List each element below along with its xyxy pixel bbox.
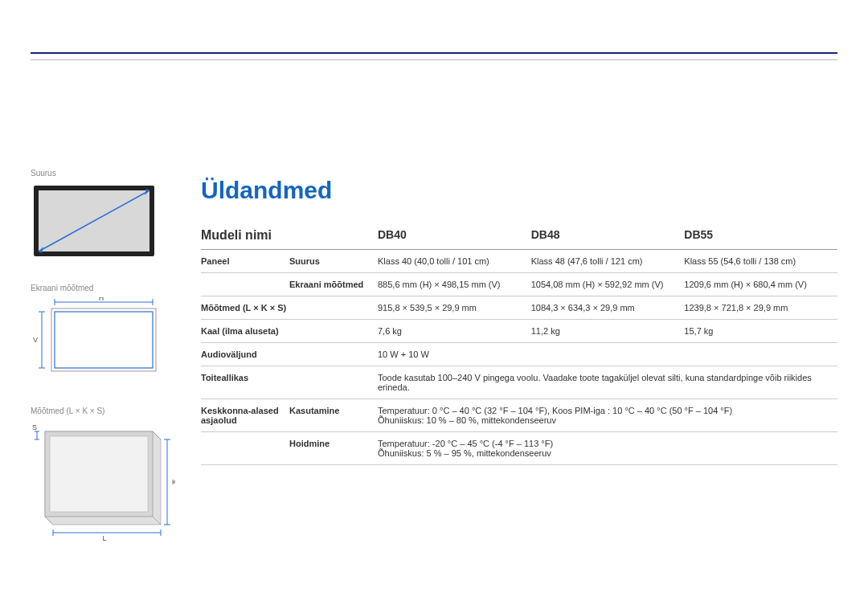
- dim-V: V: [33, 336, 38, 344]
- row-dims: Mõõtmed (L × K × S) 915,8 × 539,5 × 29,9…: [201, 296, 837, 320]
- row-panel-size: Paneel Suurus Klass 40 (40,0 tolli / 101…: [201, 250, 837, 273]
- weight-label: Kaal (ilma aluseta): [201, 326, 289, 336]
- dims-v1: 915,8 × 539,5 × 29,9 mm: [378, 303, 531, 313]
- spec-content: Üldandmed Mudeli nimi DB40 DB48 DB55 Pan…: [201, 177, 837, 465]
- dim-L: L: [102, 534, 106, 541]
- store-val: Temperatuur: -20 °C – 45 °C (-4 °F – 113…: [378, 439, 837, 458]
- lks-diagram: Mõõtmed (L × K × S) S K L: [31, 407, 167, 541]
- diagram-sidebar: Suurus Ekraani mõõtmed H V Mõõtmed (L × …: [31, 169, 167, 562]
- lks-label: Mõõtmed (L × K × S): [31, 407, 167, 415]
- screendims-diagram: Ekraani mõõtmed H V: [31, 284, 167, 386]
- power-val: Toode kasutab 100–240 V pingega voolu. V…: [378, 373, 837, 392]
- svg-rect-6: [55, 312, 153, 368]
- sd-v3: 1209,6 mm (H) × 680,4 mm (V): [684, 280, 837, 289]
- row-env-use: Keskkonna-alased asjaolud Kasutamine Tem…: [201, 399, 837, 432]
- lks-svg: S K L: [31, 420, 175, 541]
- svg-rect-15: [50, 436, 148, 512]
- use-val: Temperatuur: 0 °C – 40 °C (32 °F – 104 °…: [378, 406, 837, 425]
- row-screendims: Ekraani mõõtmed 885,6 mm (H) × 498,15 mm…: [201, 273, 837, 296]
- row-env-store: Hoidmine Temperatuur: -20 °C – 45 °C (-4…: [201, 432, 837, 465]
- row-audio: Audioväljund 10 W + 10 W: [201, 343, 837, 366]
- audio-label: Audioväljund: [201, 349, 289, 359]
- dim-S: S: [32, 423, 37, 431]
- use-label: Kasutamine: [289, 406, 378, 415]
- screendims-label: Ekraani mõõtmed: [31, 284, 167, 292]
- model-name-label: Mudeli nimi: [201, 228, 289, 243]
- dim-H: H: [99, 297, 104, 302]
- dims-label2: Mõõtmed (L × K × S): [201, 303, 289, 313]
- sd-v2: 1054,08 mm (H) × 592,92 mm (V): [531, 280, 685, 289]
- svg-rect-5: [51, 309, 156, 371]
- model-1: DB40: [378, 228, 531, 241]
- store-label: Hoidmine: [289, 439, 378, 448]
- dim-K: K: [172, 478, 175, 486]
- weight-v1: 7,6 kg: [378, 326, 531, 336]
- model-2: DB48: [531, 228, 685, 241]
- header-row: Mudeli nimi DB40 DB48 DB55: [201, 222, 837, 250]
- row-weight: Kaal (ilma aluseta) 7,6 kg 11,2 kg 15,7 …: [201, 320, 837, 343]
- size-sublabel: Suurus: [289, 256, 378, 266]
- row-power: Toiteallikas Toode kasutab 100–240 V pin…: [201, 366, 837, 399]
- env-label: Keskkonna-alased asjaolud: [201, 406, 289, 425]
- audio-val: 10 W + 10 W: [378, 349, 837, 359]
- size-v1: Klass 40 (40,0 tolli / 101 cm): [378, 256, 531, 266]
- weight-v3: 15,7 kg: [684, 326, 837, 336]
- screendims-svg: H V: [31, 297, 167, 386]
- size-diagram: Suurus: [31, 169, 167, 263]
- dims-v3: 1239,8 × 721,8 × 29,9 mm: [684, 303, 837, 313]
- dims-v2: 1084,3 × 634,3 × 29,9 mm: [531, 303, 685, 313]
- sd-v1: 885,6 mm (H) × 498,15 mm (V): [378, 280, 531, 289]
- size-v3: Klass 55 (54,6 tolli / 138 cm): [684, 256, 837, 266]
- panel-label: Paneel: [201, 256, 289, 266]
- model-3: DB55: [684, 228, 837, 241]
- power-label: Toiteallikas: [201, 373, 289, 382]
- size-v2: Klass 48 (47,6 tolli / 121 cm): [531, 256, 685, 266]
- size-label: Suurus: [31, 169, 167, 178]
- weight-v2: 11,2 kg: [531, 326, 685, 336]
- top-divider: [31, 52, 837, 60]
- size-svg: [31, 182, 159, 263]
- page-title: Üldandmed: [201, 177, 837, 204]
- screendims-sublabel: Ekraani mõõtmed: [289, 280, 378, 289]
